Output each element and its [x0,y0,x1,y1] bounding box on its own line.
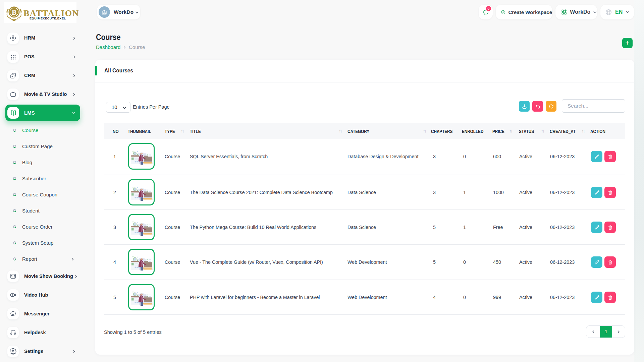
svg-text:B: B [12,8,16,16]
